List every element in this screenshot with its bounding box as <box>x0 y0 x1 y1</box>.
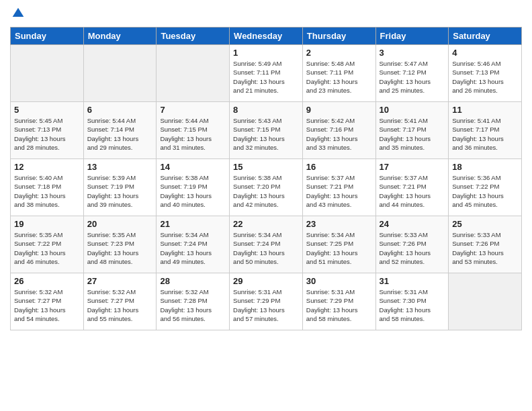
day-info: Sunrise: 5:40 AM Sunset: 7:18 PM Dayligh… <box>14 173 80 209</box>
calendar-cell <box>11 45 84 102</box>
day-number: 29 <box>233 276 299 286</box>
calendar-week-row: 19Sunrise: 5:35 AM Sunset: 7:22 PM Dayli… <box>11 216 522 273</box>
day-number: 7 <box>160 105 226 115</box>
calendar-cell: 23Sunrise: 5:34 AM Sunset: 7:25 PM Dayli… <box>302 216 375 273</box>
calendar-week-row: 12Sunrise: 5:40 AM Sunset: 7:18 PM Dayli… <box>11 159 522 216</box>
calendar-cell: 29Sunrise: 5:31 AM Sunset: 7:29 PM Dayli… <box>230 273 303 330</box>
calendar-cell: 12Sunrise: 5:40 AM Sunset: 7:18 PM Dayli… <box>11 159 84 216</box>
day-number: 12 <box>14 162 80 172</box>
weekday-header: Wednesday <box>230 28 303 45</box>
day-info: Sunrise: 5:31 AM Sunset: 7:29 PM Dayligh… <box>233 287 299 323</box>
day-info: Sunrise: 5:44 AM Sunset: 7:14 PM Dayligh… <box>87 116 153 152</box>
weekday-header: Tuesday <box>157 28 230 45</box>
day-number: 10 <box>380 105 445 115</box>
day-number: 20 <box>87 219 153 229</box>
day-number: 17 <box>380 162 445 172</box>
calendar-cell: 7Sunrise: 5:44 AM Sunset: 7:15 PM Daylig… <box>157 102 230 159</box>
weekday-header: Sunday <box>11 28 84 45</box>
header <box>10 7 522 20</box>
day-info: Sunrise: 5:35 AM Sunset: 7:22 PM Dayligh… <box>14 230 80 266</box>
calendar-week-row: 26Sunrise: 5:32 AM Sunset: 7:27 PM Dayli… <box>11 273 522 330</box>
day-info: Sunrise: 5:34 AM Sunset: 7:24 PM Dayligh… <box>160 230 226 266</box>
weekday-header: Saturday <box>449 28 522 45</box>
day-number: 26 <box>14 276 80 286</box>
calendar-cell: 27Sunrise: 5:32 AM Sunset: 7:27 PM Dayli… <box>83 273 157 330</box>
day-info: Sunrise: 5:41 AM Sunset: 7:17 PM Dayligh… <box>380 116 445 152</box>
day-info: Sunrise: 5:32 AM Sunset: 7:27 PM Dayligh… <box>87 287 153 323</box>
day-number: 5 <box>14 105 80 115</box>
calendar-cell: 2Sunrise: 5:48 AM Sunset: 7:11 PM Daylig… <box>302 45 375 102</box>
day-number: 8 <box>233 105 299 115</box>
calendar-cell: 22Sunrise: 5:34 AM Sunset: 7:24 PM Dayli… <box>230 216 303 273</box>
calendar-week-row: 1Sunrise: 5:49 AM Sunset: 7:11 PM Daylig… <box>11 45 522 102</box>
calendar-cell: 11Sunrise: 5:41 AM Sunset: 7:17 PM Dayli… <box>449 102 522 159</box>
calendar-cell: 5Sunrise: 5:45 AM Sunset: 7:13 PM Daylig… <box>11 102 84 159</box>
calendar-cell <box>157 45 230 102</box>
weekday-header: Friday <box>375 28 449 45</box>
day-number: 30 <box>306 276 372 286</box>
svg-marker-0 <box>13 8 24 17</box>
day-info: Sunrise: 5:45 AM Sunset: 7:13 PM Dayligh… <box>14 116 80 152</box>
day-info: Sunrise: 5:42 AM Sunset: 7:16 PM Dayligh… <box>306 116 372 152</box>
day-info: Sunrise: 5:39 AM Sunset: 7:19 PM Dayligh… <box>87 173 153 209</box>
day-number: 6 <box>87 105 153 115</box>
calendar-cell: 10Sunrise: 5:41 AM Sunset: 7:17 PM Dayli… <box>375 102 449 159</box>
calendar-table: SundayMondayTuesdayWednesdayThursdayFrid… <box>10 27 522 330</box>
day-info: Sunrise: 5:38 AM Sunset: 7:19 PM Dayligh… <box>160 173 226 209</box>
day-number: 23 <box>306 219 372 229</box>
calendar-cell: 19Sunrise: 5:35 AM Sunset: 7:22 PM Dayli… <box>11 216 84 273</box>
calendar-cell: 17Sunrise: 5:37 AM Sunset: 7:21 PM Dayli… <box>375 159 449 216</box>
day-number: 15 <box>233 162 299 172</box>
day-number: 18 <box>452 162 518 172</box>
day-number: 1 <box>233 48 299 58</box>
calendar-cell: 16Sunrise: 5:37 AM Sunset: 7:21 PM Dayli… <box>302 159 375 216</box>
day-number: 24 <box>380 219 445 229</box>
calendar-cell: 30Sunrise: 5:31 AM Sunset: 7:29 PM Dayli… <box>302 273 375 330</box>
calendar-cell <box>449 273 522 330</box>
day-number: 11 <box>452 105 518 115</box>
calendar-cell: 14Sunrise: 5:38 AM Sunset: 7:19 PM Dayli… <box>157 159 230 216</box>
calendar-cell <box>83 45 157 102</box>
calendar-cell: 15Sunrise: 5:38 AM Sunset: 7:20 PM Dayli… <box>230 159 303 216</box>
logo-icon <box>11 7 25 20</box>
calendar-cell: 28Sunrise: 5:32 AM Sunset: 7:28 PM Dayli… <box>157 273 230 330</box>
day-number: 31 <box>380 276 445 286</box>
day-number: 22 <box>233 219 299 229</box>
day-info: Sunrise: 5:49 AM Sunset: 7:11 PM Dayligh… <box>233 59 299 95</box>
calendar-cell: 1Sunrise: 5:49 AM Sunset: 7:11 PM Daylig… <box>230 45 303 102</box>
day-info: Sunrise: 5:48 AM Sunset: 7:11 PM Dayligh… <box>306 59 372 95</box>
day-info: Sunrise: 5:37 AM Sunset: 7:21 PM Dayligh… <box>380 173 445 209</box>
day-number: 14 <box>160 162 226 172</box>
day-number: 9 <box>306 105 372 115</box>
day-number: 19 <box>14 219 80 229</box>
calendar-cell: 6Sunrise: 5:44 AM Sunset: 7:14 PM Daylig… <box>83 102 157 159</box>
day-info: Sunrise: 5:31 AM Sunset: 7:29 PM Dayligh… <box>306 287 372 323</box>
day-info: Sunrise: 5:33 AM Sunset: 7:26 PM Dayligh… <box>452 230 518 266</box>
day-number: 25 <box>452 219 518 229</box>
day-number: 4 <box>452 48 518 58</box>
day-number: 3 <box>380 48 445 58</box>
day-number: 16 <box>306 162 372 172</box>
weekday-header: Thursday <box>302 28 375 45</box>
calendar-cell: 31Sunrise: 5:31 AM Sunset: 7:30 PM Dayli… <box>375 273 449 330</box>
day-info: Sunrise: 5:35 AM Sunset: 7:23 PM Dayligh… <box>87 230 153 266</box>
day-number: 21 <box>160 219 226 229</box>
day-info: Sunrise: 5:47 AM Sunset: 7:12 PM Dayligh… <box>380 59 445 95</box>
calendar-cell: 3Sunrise: 5:47 AM Sunset: 7:12 PM Daylig… <box>375 45 449 102</box>
calendar-cell: 26Sunrise: 5:32 AM Sunset: 7:27 PM Dayli… <box>11 273 84 330</box>
calendar-cell: 13Sunrise: 5:39 AM Sunset: 7:19 PM Dayli… <box>83 159 157 216</box>
day-info: Sunrise: 5:32 AM Sunset: 7:28 PM Dayligh… <box>160 287 226 323</box>
day-number: 27 <box>87 276 153 286</box>
calendar-cell: 4Sunrise: 5:46 AM Sunset: 7:13 PM Daylig… <box>449 45 522 102</box>
day-info: Sunrise: 5:36 AM Sunset: 7:22 PM Dayligh… <box>452 173 518 209</box>
day-info: Sunrise: 5:43 AM Sunset: 7:15 PM Dayligh… <box>233 116 299 152</box>
day-number: 13 <box>87 162 153 172</box>
calendar-cell: 21Sunrise: 5:34 AM Sunset: 7:24 PM Dayli… <box>157 216 230 273</box>
day-info: Sunrise: 5:41 AM Sunset: 7:17 PM Dayligh… <box>452 116 518 152</box>
calendar-cell: 25Sunrise: 5:33 AM Sunset: 7:26 PM Dayli… <box>449 216 522 273</box>
day-info: Sunrise: 5:33 AM Sunset: 7:26 PM Dayligh… <box>380 230 445 266</box>
calendar-week-row: 5Sunrise: 5:45 AM Sunset: 7:13 PM Daylig… <box>11 102 522 159</box>
calendar-cell: 20Sunrise: 5:35 AM Sunset: 7:23 PM Dayli… <box>83 216 157 273</box>
page: SundayMondayTuesdayWednesdayThursdayFrid… <box>0 0 532 340</box>
day-info: Sunrise: 5:44 AM Sunset: 7:15 PM Dayligh… <box>160 116 226 152</box>
